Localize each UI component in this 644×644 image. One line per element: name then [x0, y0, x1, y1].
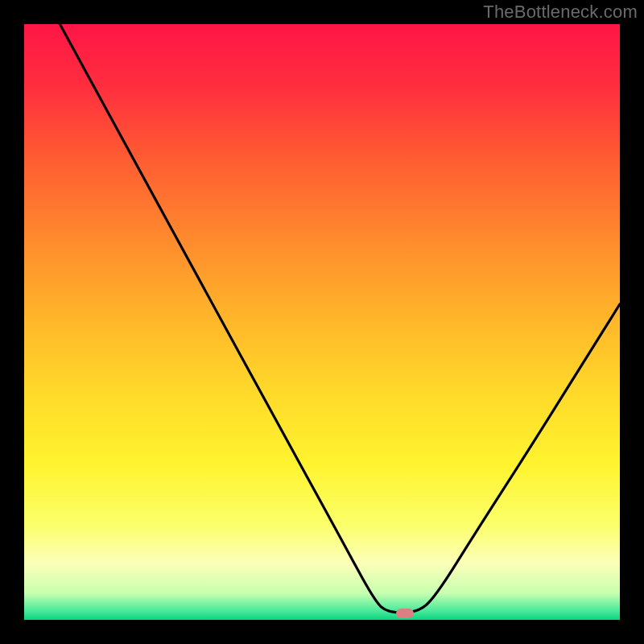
watermark-label: TheBottleneck.com — [483, 2, 638, 23]
plot-svg — [24, 24, 620, 620]
chart-container: TheBottleneck.com — [0, 0, 644, 644]
plot-background — [24, 24, 620, 620]
optimal-marker — [396, 609, 414, 618]
plot-frame — [24, 24, 620, 620]
